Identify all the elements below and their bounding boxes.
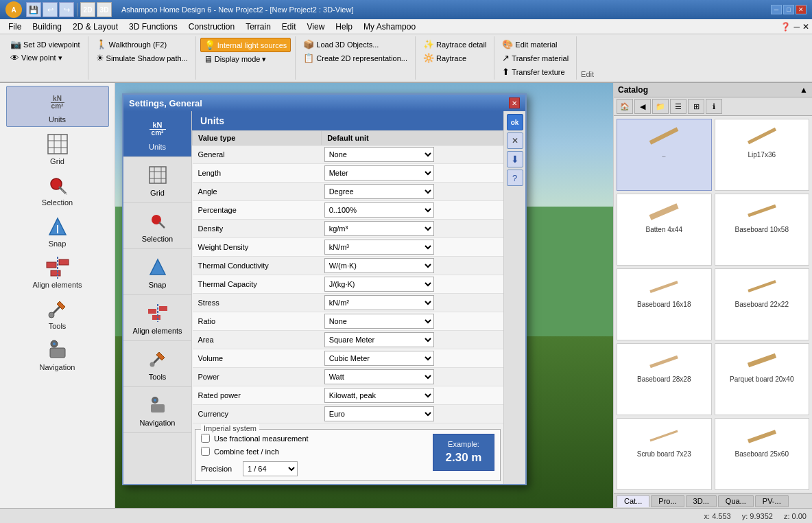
maximize-button[interactable]: □ bbox=[783, 5, 794, 14]
dialog-align-nav-label: Align elements bbox=[132, 327, 182, 335]
ok-button[interactable]: ok bbox=[507, 114, 523, 130]
transfer-texture-button[interactable]: ⬆ Transfer texture bbox=[499, 65, 572, 78]
dialog-close-button[interactable]: ✕ bbox=[509, 97, 520, 108]
catalog-item-baseboard10x58[interactable]: Baseboard 10x58 bbox=[715, 194, 810, 266]
cancel-button[interactable]: ✕ bbox=[507, 132, 523, 149]
menu-terrain[interactable]: Terrain bbox=[240, 21, 276, 33]
sidebar-item-snap[interactable]: Snap bbox=[6, 211, 109, 251]
cat-back-button[interactable]: ◀ bbox=[634, 99, 651, 114]
length-unit-select[interactable]: Meter bbox=[324, 165, 434, 181]
cat-home-button[interactable]: 🏠 bbox=[617, 99, 633, 114]
catalog-item-baseboard16x18[interactable]: Baseboard 16x18 bbox=[617, 268, 712, 340]
sidebar-item-units[interactable]: kN cm² Units bbox=[6, 86, 109, 127]
raytrace-button[interactable]: 🔆 Raytrace bbox=[420, 51, 490, 65]
download-button[interactable]: ⬇ bbox=[507, 151, 523, 167]
density-unit-select[interactable]: kg/m³ bbox=[324, 221, 434, 236]
menu-2d-layout[interactable]: 2D & Layout bbox=[67, 21, 123, 33]
dialog-nav-navigation[interactable]: Navigation bbox=[123, 387, 191, 433]
mode-3d[interactable]: 3D bbox=[97, 2, 112, 17]
ribbon-close-icon[interactable]: ✕ bbox=[802, 22, 809, 32]
simulate-shadow-button[interactable]: ☀ Simulate Shadow path... bbox=[93, 51, 191, 65]
catalog-tab-qua[interactable]: Qua... bbox=[718, 495, 754, 507]
menu-my-ashampoo[interactable]: My Ashampoo bbox=[358, 21, 421, 33]
use-fractional-checkbox[interactable] bbox=[201, 434, 210, 443]
help-dialog-button[interactable]: ? bbox=[507, 170, 523, 186]
view-point-button[interactable]: 👁 View point ▾ bbox=[7, 51, 84, 65]
create-2d-representation-button[interactable]: 📋 Create 2D representation... bbox=[300, 51, 411, 65]
raytrace-detail-button[interactable]: ✨ Raytrace detail bbox=[420, 38, 490, 51]
sidebar-item-selection[interactable]: Selection bbox=[6, 170, 109, 209]
transfer-material-button[interactable]: ↗ Transfer material bbox=[499, 51, 572, 65]
catalog-item-scrub7x23[interactable]: Scrub board 7x23 bbox=[617, 418, 712, 490]
dialog-nav-selection[interactable]: Selection bbox=[123, 203, 191, 249]
catalog-item-baseboard25x60[interactable]: Baseboard 25x60 bbox=[715, 418, 810, 490]
catalog-item-baseboard22x22[interactable]: Baseboard 22x22 bbox=[715, 268, 810, 340]
close-button[interactable]: ✕ bbox=[796, 5, 807, 14]
cat-folder-button[interactable]: 📁 bbox=[652, 99, 669, 114]
angle-unit-select[interactable]: Degree bbox=[324, 184, 434, 199]
dialog-nav-grid[interactable]: Grid bbox=[123, 157, 191, 203]
stress-unit-select[interactable]: kN/m² bbox=[324, 295, 434, 310]
menu-view[interactable]: View bbox=[302, 21, 331, 33]
menu-construction[interactable]: Construction bbox=[183, 21, 240, 33]
menu-3d-functions[interactable]: 3D Functions bbox=[123, 21, 183, 33]
precision-select[interactable]: 1 / 64 1 / 32 1 / 16 1 / 8 bbox=[243, 461, 298, 476]
menu-building[interactable]: Building bbox=[27, 21, 67, 33]
general-unit-select[interactable]: None bbox=[324, 147, 434, 162]
col-default-unit: Default unit bbox=[322, 131, 503, 146]
status-y: y: 9.9352 bbox=[742, 512, 773, 520]
rated-power-unit-select[interactable]: Kilowatt, peak bbox=[324, 388, 434, 403]
titlebar-icon-1[interactable]: 💾 bbox=[26, 2, 41, 17]
dialog-nav-align[interactable]: Align elements bbox=[123, 295, 191, 341]
sidebar-item-align-elements[interactable]: Align elements bbox=[6, 252, 109, 292]
menu-help[interactable]: Help bbox=[330, 21, 358, 33]
catalog-item-baseboard28x28[interactable]: Baseboard 28x28 bbox=[617, 343, 712, 415]
catalog-tab-3d[interactable]: 3D... bbox=[686, 495, 717, 507]
mode-2d[interactable]: 2D bbox=[80, 2, 95, 17]
catalog-tab-pv[interactable]: PV-... bbox=[755, 495, 789, 507]
cat-list-button[interactable]: ☰ bbox=[670, 99, 686, 114]
combine-feet-checkbox[interactable] bbox=[201, 447, 210, 456]
walkthrough-button[interactable]: 🚶 Walkthrough (F2) bbox=[93, 38, 191, 51]
minimize-button[interactable]: ─ bbox=[771, 5, 782, 14]
percentage-unit-select[interactable]: 0..100% bbox=[324, 202, 434, 218]
sidebar-item-tools[interactable]: Tools bbox=[6, 293, 109, 333]
cat-grid-button[interactable]: ⊞ bbox=[688, 99, 704, 114]
set-3d-viewpoint-button[interactable]: 📷 Set 3D viewpoint bbox=[7, 38, 84, 51]
ratio-unit-select[interactable]: None bbox=[324, 314, 434, 329]
edit-material-button[interactable]: 🎨 Edit material bbox=[499, 38, 572, 51]
weight-density-unit-select[interactable]: kN/m³ bbox=[324, 240, 434, 255]
power-unit-select[interactable]: Watt bbox=[324, 369, 434, 384]
catalog-item-parquet20x40[interactable]: Parquet board 20x40 bbox=[715, 343, 810, 415]
titlebar-icon-2[interactable]: ↩ bbox=[43, 2, 58, 17]
load-3d-objects-button[interactable]: 📦 Load 3D Objects... bbox=[300, 38, 411, 51]
area-unit-select[interactable]: Square Meter bbox=[324, 332, 434, 347]
menu-edit[interactable]: Edit bbox=[276, 21, 302, 33]
thermal-cap-unit-select[interactable]: J/(kg·K) bbox=[324, 277, 434, 292]
svg-marker-24 bbox=[650, 431, 678, 441]
catalog-tab-pro[interactable]: Pro... bbox=[651, 495, 684, 507]
internal-light-sources-button[interactable]: 💡 Internal light sources bbox=[200, 38, 291, 52]
currency-unit-select[interactable]: Euro bbox=[324, 406, 434, 421]
imperial-checkboxes: Use fractional measurement Combine feet … bbox=[201, 434, 427, 476]
dialog-nav-snap[interactable]: Snap bbox=[123, 249, 191, 295]
ribbon-minimize-icon[interactable]: ─ bbox=[793, 22, 800, 32]
dialog-nav: kN cm² Units Grid bbox=[123, 111, 192, 484]
sidebar-item-navigation[interactable]: Navigation bbox=[6, 334, 109, 374]
thermal-cond-unit-select[interactable]: W/(m·K) bbox=[324, 258, 434, 273]
sidebar-item-grid[interactable]: Grid bbox=[6, 128, 109, 168]
volume-unit-select[interactable]: Cubic Meter bbox=[324, 351, 434, 366]
titlebar-icon-3[interactable]: ↪ bbox=[59, 2, 74, 17]
dialog-nav-units[interactable]: kN cm² Units bbox=[123, 111, 191, 157]
catalog-item-lip17x36[interactable]: Lip17x36 bbox=[715, 119, 810, 191]
help-icon[interactable]: ❓ bbox=[780, 22, 791, 32]
dialog-nav-tools[interactable]: Tools bbox=[123, 341, 191, 387]
catalog-expand-icon[interactable]: ▲ bbox=[800, 85, 808, 95]
menu-file[interactable]: File bbox=[3, 21, 27, 33]
cat-info-button[interactable]: ℹ bbox=[706, 99, 722, 114]
units-icon: kN cm² bbox=[45, 89, 71, 115]
display-mode-button[interactable]: 🖥 Display mode ▾ bbox=[200, 53, 291, 66]
catalog-item-selected[interactable]: .. bbox=[617, 119, 712, 191]
catalog-item-batten4x44[interactable]: Batten 4x44 bbox=[617, 194, 712, 266]
catalog-tab-cat[interactable]: Cat... bbox=[617, 495, 649, 507]
